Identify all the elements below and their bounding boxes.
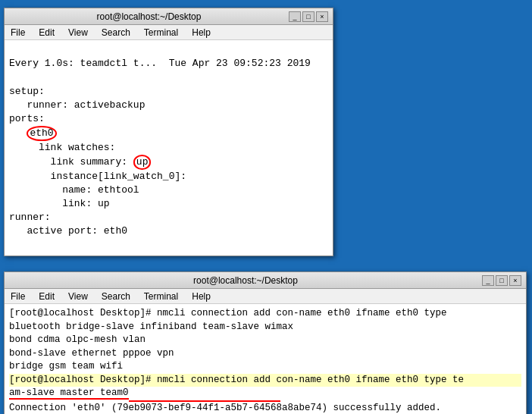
line-2 (9, 71, 15, 83)
title-bar-top: root@localhost:~/Desktop _ □ × (5, 8, 333, 25)
bottom-line-4: bond-slave ethernet pppoe vpn (9, 347, 521, 361)
line-5: ports: (9, 113, 45, 124)
minimize-button-top[interactable]: _ (289, 11, 301, 22)
menu-help-bottom[interactable]: Help (189, 291, 214, 302)
maximize-button-bottom[interactable]: □ (496, 275, 508, 286)
menu-file-bottom[interactable]: File (8, 291, 28, 302)
bottom-line-8: Connection 'eth0' (79eb9073-bef9-44f1-a5… (9, 402, 521, 415)
terminal-content-bottom: [root@localhost Desktop]# nmcli connecti… (5, 304, 526, 414)
line-6: eth0 (9, 127, 57, 139)
title-top: root@localhost:~/Desktop (9, 11, 289, 22)
title-bar-bottom: root@localhost:~/Desktop _ □ × (5, 272, 526, 289)
menu-edit-bottom[interactable]: Edit (36, 291, 58, 302)
menu-search-bottom[interactable]: Search (99, 291, 133, 302)
terminal-window-top[interactable]: root@localhost:~/Desktop _ □ × File Edit… (4, 8, 333, 256)
terminal-content-top: Every 1.0s: teamdctl t... Tue Apr 23 09:… (5, 40, 333, 256)
bottom-line-5: bridge gsm team wifi (9, 360, 521, 374)
line-11: link: up (9, 198, 110, 209)
bottom-line-7: am-slave master team0 (9, 387, 521, 402)
menu-view-bottom[interactable]: View (65, 291, 91, 302)
terminal-window-bottom[interactable]: root@localhost:~/Desktop _ □ × File Edit… (4, 271, 527, 414)
bottom-line-1: [root@localhost Desktop]# nmcli connecti… (9, 307, 521, 321)
title-bottom: root@localhost:~/Desktop (9, 275, 482, 286)
line-9: instance[link_watch_0]: (9, 171, 186, 182)
circled-up: up (133, 155, 152, 170)
line-7: link watches: (9, 142, 115, 153)
menu-terminal-top[interactable]: Terminal (141, 27, 181, 38)
line-1: Every 1.0s: teamdctl t... Tue Apr 23 09:… (9, 58, 311, 69)
line-3: setup: (9, 86, 45, 97)
bottom-line-2: bluetooth bridge-slave infiniband team-s… (9, 321, 521, 334)
menu-view-top[interactable]: View (65, 27, 91, 38)
menu-terminal-bottom[interactable]: Terminal (141, 291, 181, 302)
bottom-line-6: [root@localhost Desktop]# nmcli connecti… (9, 374, 521, 387)
menu-help-top[interactable]: Help (189, 27, 214, 38)
minimize-button-bottom[interactable]: _ (482, 275, 494, 286)
menu-edit-top[interactable]: Edit (36, 27, 58, 38)
line-4: runner: activebackup (9, 99, 145, 111)
menubar-top: File Edit View Search Terminal Help (5, 25, 333, 40)
menu-file-top[interactable]: File (8, 27, 28, 38)
line-12: runner: (9, 212, 51, 223)
line-10: name: ethtool (9, 184, 139, 196)
maximize-button-top[interactable]: □ (302, 11, 315, 22)
underlined-text: am-slave master team0 (9, 387, 129, 400)
menubar-bottom: File Edit View Search Terminal Help (5, 289, 526, 304)
menu-search-top[interactable]: Search (99, 27, 133, 38)
circled-eth0: eth0 (27, 126, 56, 141)
window-controls-bottom[interactable]: _ □ × (482, 275, 521, 286)
line-13: active port: eth0 (9, 225, 127, 237)
window-controls-top[interactable]: _ □ × (289, 11, 328, 22)
close-button-bottom[interactable]: × (509, 275, 521, 286)
line-8: link summary: up (9, 156, 151, 168)
close-button-top[interactable]: × (316, 11, 328, 22)
bottom-line-3: bond cdma olpc-mesh vlan (9, 334, 521, 347)
